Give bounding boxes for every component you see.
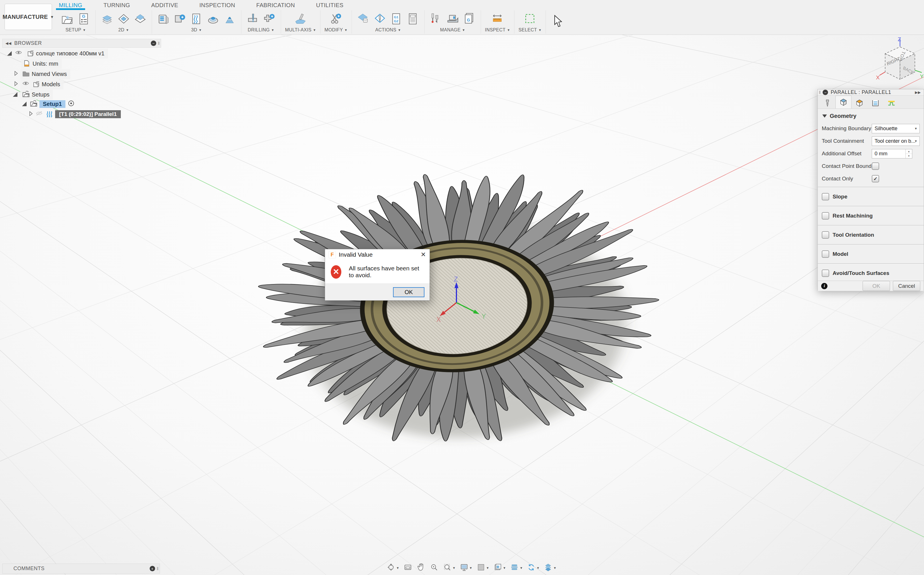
- panel-grip-handle[interactable]: ‖: [157, 566, 159, 571]
- ops-tab-linking[interactable]: [883, 97, 899, 108]
- group-dropdown-label[interactable]: MULTI-AXIS▼: [285, 27, 316, 33]
- visibility-eye-icon[interactable]: [14, 49, 22, 58]
- group-dropdown-label[interactable]: 2D▼: [118, 27, 129, 33]
- group-dropdown-label[interactable]: SETUP▼: [65, 27, 86, 33]
- expand-open-icon[interactable]: [7, 51, 12, 56]
- spinner-value[interactable]: 0 mm: [872, 149, 905, 158]
- select-window-icon[interactable]: [523, 11, 538, 26]
- expand-closed-icon[interactable]: [14, 70, 18, 78]
- operation-dialog-header[interactable]: ‖ − PARALLEL : PARALLEL1 ▶▶: [818, 89, 924, 95]
- template-library-icon[interactable]: G: [462, 11, 477, 26]
- chevron-down-icon[interactable]: ▼: [553, 566, 557, 570]
- browser-header[interactable]: ◀◀ BROWSER − ‖: [2, 39, 161, 48]
- machine-library-icon[interactable]: [445, 11, 460, 26]
- browser-options-icon[interactable]: −: [151, 41, 156, 46]
- group-dropdown-label[interactable]: DRILLING▼: [248, 27, 274, 33]
- expand-closed-icon[interactable]: [14, 81, 18, 88]
- collapse-section-icon[interactable]: [822, 114, 827, 118]
- ribbon-tab-utilities[interactable]: UTILITIES: [314, 0, 345, 10]
- group-dropdown-label[interactable]: 3D▼: [191, 27, 202, 33]
- group-dropdown-label[interactable]: SELECT▼: [518, 27, 542, 33]
- dialog-title-bar[interactable]: F Invalid Value ✕: [325, 249, 429, 260]
- chevron-down-icon[interactable]: ▼: [520, 566, 523, 570]
- ribbon-tab-fabrication[interactable]: FABRICATION: [254, 0, 296, 10]
- nav-orbit-button[interactable]: ▼: [386, 563, 400, 573]
- setup-sheet-icon[interactable]: [406, 11, 420, 26]
- ops-tab-heights[interactable]: [851, 97, 867, 108]
- browser-row-setup-selected[interactable]: Setup1: [21, 100, 75, 108]
- gcode-editor-icon[interactable]: G1G2: [389, 11, 404, 26]
- section-avoid-touch-surfaces[interactable]: Avoid/Touch Surfaces: [822, 266, 920, 281]
- view-cube[interactable]: Z TOP RIGHT BACK X Y: [875, 36, 924, 98]
- adaptive-3d-icon[interactable]: [156, 11, 171, 26]
- eye-icon[interactable]: [22, 80, 30, 89]
- scallop-3d-icon[interactable]: [206, 11, 221, 26]
- workspace-switcher-button[interactable]: MANUFACTURE ▼: [5, 4, 52, 30]
- panel-grip-handle[interactable]: ‖: [158, 41, 160, 46]
- dialog-ok-button[interactable]: OK: [393, 287, 425, 297]
- tree-item-label-selected[interactable]: Setup1: [40, 100, 65, 108]
- ops-tab-geometry[interactable]: [835, 95, 851, 108]
- nav-refresh-button[interactable]: ▼: [526, 563, 541, 573]
- tree-item[interactable]: Models: [20, 79, 64, 89]
- post-process-icon[interactable]: [372, 11, 387, 26]
- expand-open-icon[interactable]: [22, 102, 27, 106]
- spinner-up-icon[interactable]: ▲: [906, 149, 912, 154]
- collapse-panel-icon[interactable]: ◀◀: [5, 41, 11, 45]
- tree-item[interactable]: солнце типовое 400мм v1: [25, 49, 108, 59]
- face-2d-icon[interactable]: [133, 11, 148, 26]
- section-tool-orientation[interactable]: Tool Orientation: [822, 227, 920, 242]
- ribbon-tab-turning[interactable]: TURNING: [102, 0, 132, 10]
- expand-dialog-icon[interactable]: ▶▶: [915, 90, 921, 94]
- nav-look-at-button[interactable]: [402, 563, 413, 573]
- group-dropdown-label[interactable]: ACTIONS▼: [375, 27, 401, 33]
- nav-display-settings-button[interactable]: ▼: [459, 563, 473, 573]
- flow-3d-icon[interactable]: [189, 11, 204, 26]
- browser-row-models[interactable]: Models: [14, 80, 64, 89]
- simulate-icon[interactable]: [356, 11, 371, 26]
- ribbon-tab-additive[interactable]: ADDITIVE: [149, 0, 180, 10]
- info-icon[interactable]: i: [821, 283, 827, 289]
- close-icon[interactable]: ✕: [417, 249, 429, 260]
- nav-grid-settings-button[interactable]: ▼: [476, 563, 490, 573]
- dropdown-select[interactable]: Silhouette▼: [872, 124, 920, 133]
- drill-icon[interactable]: [245, 11, 260, 26]
- spinner-input[interactable]: 0 mm▲▼: [872, 149, 912, 159]
- chevron-down-icon[interactable]: ▼: [503, 566, 506, 570]
- tree-item-label-highlighted[interactable]: [T1 (0:29:02)] Parallel1: [55, 110, 121, 118]
- section-rest-machining[interactable]: Rest Machining: [822, 208, 920, 223]
- activate-target-icon[interactable]: [67, 100, 75, 108]
- add-comment-icon[interactable]: +: [149, 566, 155, 571]
- drill-custom-icon[interactable]: [262, 11, 277, 26]
- tool-library-icon[interactable]: [429, 11, 444, 26]
- chevron-down-icon[interactable]: ▼: [396, 566, 399, 570]
- multi-axis-icon[interactable]: [293, 11, 308, 26]
- group-dropdown-label[interactable]: MANAGE▼: [440, 27, 465, 33]
- section-enable-checkbox[interactable]: [822, 212, 829, 219]
- expand-closed-icon[interactable]: [29, 111, 33, 118]
- chevron-down-icon[interactable]: ▼: [486, 566, 489, 570]
- browser-row-setups[interactable]: Setups: [12, 90, 53, 99]
- panel-grip-handle[interactable]: ‖: [819, 90, 821, 95]
- checkbox[interactable]: [872, 162, 879, 170]
- nav-fit-button[interactable]: ▼: [442, 563, 456, 573]
- comments-bar[interactable]: COMMENTS + ‖: [2, 564, 160, 573]
- nav-pan-button[interactable]: [415, 563, 426, 573]
- modify-trim-icon[interactable]: [328, 11, 344, 26]
- nav-zoom-button[interactable]: [429, 563, 440, 573]
- browser-row-named-views[interactable]: Named Views: [14, 70, 70, 78]
- chevron-down-icon[interactable]: ▼: [452, 566, 456, 570]
- visibility-off-icon[interactable]: [35, 110, 43, 119]
- ops-tab-passes[interactable]: [867, 97, 883, 108]
- section-model[interactable]: Model: [822, 247, 920, 262]
- section-enable-checkbox[interactable]: [822, 250, 829, 258]
- viewport-3d-canvas[interactable]: XYZ: [0, 35, 924, 575]
- measure-icon[interactable]: [490, 11, 505, 26]
- cancel-button[interactable]: Cancel: [893, 281, 920, 291]
- expand-open-icon[interactable]: [13, 92, 17, 97]
- group-dropdown-label[interactable]: MODIFY▼: [324, 27, 348, 33]
- browser-row-root[interactable]: солнце типовое 400мм v1: [6, 49, 108, 58]
- tree-item[interactable]: Units: mm: [21, 59, 62, 69]
- spinner-down-icon[interactable]: ▼: [906, 154, 912, 158]
- ok-button[interactable]: OK: [863, 281, 890, 291]
